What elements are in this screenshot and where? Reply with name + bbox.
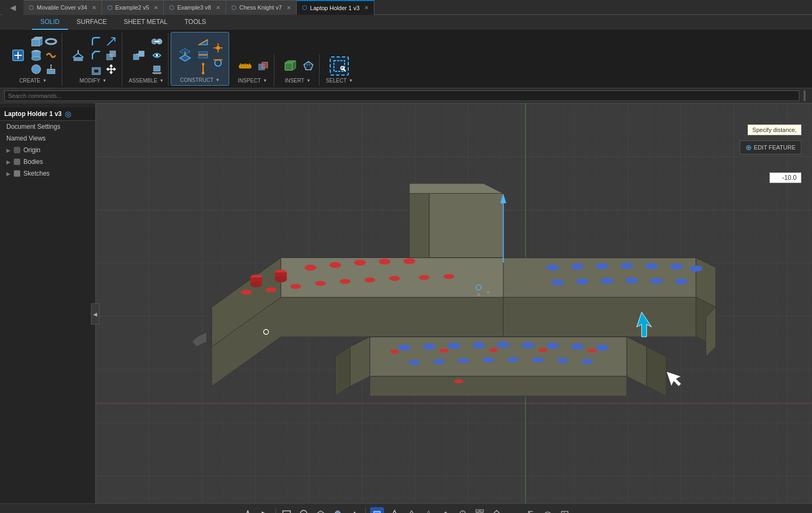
- navigate-tool-button[interactable]: [241, 507, 254, 514]
- select-label[interactable]: SELECT ▼: [326, 78, 353, 84]
- sketch-rect-button[interactable]: [280, 507, 293, 514]
- blue-hole: [532, 358, 543, 362]
- inspect-icons: [236, 56, 270, 76]
- tab-sheet-metal[interactable]: SHEET METAL: [115, 15, 176, 30]
- offset-plane-button[interactable]: [175, 45, 195, 64]
- combine-button[interactable]: [105, 49, 118, 62]
- svg-point-41: [215, 60, 221, 66]
- insert-label[interactable]: INSERT ▼: [285, 78, 311, 84]
- sidebar-item-doc-settings[interactable]: Document Settings: [0, 121, 95, 133]
- back-forward-nav[interactable]: ◀: [2, 0, 23, 15]
- hole: [290, 284, 301, 288]
- blue-hole: [650, 278, 663, 284]
- blue-hole: [596, 345, 608, 351]
- angle-plane-button[interactable]: [197, 35, 210, 47]
- specify-distance-text: Specify distance,: [752, 127, 797, 133]
- select-box-button[interactable]: [330, 56, 349, 76]
- sidebar-item-named-views[interactable]: Named Views: [0, 133, 95, 144]
- svg-rect-18: [133, 54, 139, 60]
- blue-hole: [690, 266, 702, 271]
- inspect-label[interactable]: INSPECT ▼: [238, 78, 267, 84]
- doc-settings-label: Document Settings: [6, 123, 60, 130]
- close-icon[interactable]: ✕: [216, 5, 220, 11]
- feature-1-button[interactable]: [405, 507, 418, 514]
- torus-button[interactable]: [45, 35, 57, 48]
- construct-group: CONSTRUCT ▼: [171, 32, 229, 86]
- create-label[interactable]: CREATE ▼: [19, 78, 47, 84]
- blue-hole: [621, 263, 633, 269]
- sidebar-item-bodies[interactable]: ▶ Bodies: [0, 156, 95, 168]
- tab-solid[interactable]: SOLID: [32, 15, 68, 30]
- specify-distance-tooltip: Specify distance,: [748, 125, 801, 135]
- blue-hole: [596, 263, 608, 269]
- coil-button[interactable]: [45, 49, 57, 62]
- interference-button[interactable]: [257, 60, 270, 72]
- new-component-assemble-button[interactable]: [129, 46, 148, 65]
- feature-8-button[interactable]: [541, 507, 554, 514]
- svg-rect-25: [154, 66, 160, 71]
- insert-mesh-button[interactable]: [302, 60, 315, 72]
- move-tool-button[interactable]: ✦: [348, 507, 361, 514]
- measure-button[interactable]: [236, 56, 255, 76]
- active-tool-button[interactable]: [370, 507, 384, 514]
- feature-2-button[interactable]: [422, 507, 435, 514]
- panel-collapse-button[interactable]: ◀: [91, 303, 99, 325]
- sketch-3d-button[interactable]: [314, 507, 327, 514]
- joint-button[interactable]: [150, 35, 163, 48]
- cylinder-button[interactable]: [30, 49, 43, 62]
- move-button[interactable]: [105, 63, 118, 76]
- named-views-label: Named Views: [6, 135, 46, 142]
- edit-feature-button[interactable]: ⊕ EDIT FEATURE: [740, 140, 801, 154]
- close-icon[interactable]: ✕: [154, 5, 158, 11]
- tab-example3[interactable]: ⬡ Example3 v8 ✕: [164, 0, 226, 15]
- pattern-button[interactable]: [473, 507, 486, 514]
- sphere-button[interactable]: [30, 63, 43, 76]
- motion-button[interactable]: [150, 49, 163, 62]
- construct-label[interactable]: CONSTRUCT ▼: [180, 77, 220, 83]
- point-button[interactable]: [212, 42, 224, 54]
- sidebar-item-origin[interactable]: ▶ Origin: [0, 144, 95, 156]
- chamfer-button[interactable]: [90, 49, 103, 62]
- doc-pin-icon[interactable]: ◎: [65, 110, 71, 118]
- assemble-label[interactable]: ASSEMBLE ▼: [129, 78, 164, 84]
- push-pull-button[interactable]: [69, 46, 88, 65]
- sidebar-item-sketches[interactable]: ▶ Sketches: [0, 168, 95, 179]
- sketch-circle-button[interactable]: [297, 507, 310, 514]
- feature-3-button[interactable]: [439, 507, 452, 514]
- extrude-button[interactable]: [45, 63, 57, 76]
- tab-surface[interactable]: SURFACE: [68, 15, 115, 30]
- modify-label[interactable]: MODIFY ▼: [80, 78, 107, 84]
- fillet-button[interactable]: [90, 35, 103, 48]
- tab-tools[interactable]: TOOLS: [176, 15, 214, 30]
- close-icon[interactable]: ✕: [364, 5, 369, 11]
- close-icon[interactable]: ✕: [92, 5, 96, 11]
- close-icon[interactable]: ✕: [287, 5, 291, 11]
- tab-chess-knight[interactable]: ⬡ Chess Knight v7 ✕: [226, 0, 297, 15]
- feature-7-button[interactable]: [524, 507, 537, 514]
- feature-9-button[interactable]: [558, 507, 571, 514]
- tab-movable-cover[interactable]: ⬡ Movable Cover v34 ✕: [23, 0, 102, 15]
- blue-hole: [571, 344, 584, 350]
- bodies-button[interactable]: [331, 507, 344, 514]
- distance-value-display[interactable]: -10.0: [769, 172, 801, 183]
- axis-button[interactable]: [197, 62, 210, 75]
- plane-tangent-button[interactable]: [212, 55, 224, 68]
- tab-label: Example3 v8: [177, 4, 211, 11]
- feature-6-button[interactable]: [507, 507, 520, 514]
- create-dropdown-arrow: ▼: [43, 78, 47, 83]
- sketch-point: [487, 291, 490, 294]
- shell-button[interactable]: [90, 63, 103, 76]
- midplane-button[interactable]: [197, 48, 210, 61]
- tab-example2[interactable]: ⬡ Example2 v5 ✕: [102, 0, 164, 15]
- search-input[interactable]: [4, 90, 799, 101]
- play-button[interactable]: ▶: [258, 507, 271, 514]
- insert-derive-button[interactable]: [281, 56, 300, 76]
- feature-4-button[interactable]: [456, 507, 469, 514]
- ground-button[interactable]: [150, 63, 163, 76]
- tab-laptop-holder[interactable]: ⬡ Laptop Holder 1 v3 ✕: [297, 0, 374, 15]
- new-component-button[interactable]: [9, 46, 28, 65]
- feature-5-button[interactable]: [490, 507, 503, 514]
- box-button[interactable]: [30, 35, 43, 48]
- scale-button[interactable]: [105, 35, 118, 48]
- sketch-tools-button[interactable]: [388, 507, 401, 514]
